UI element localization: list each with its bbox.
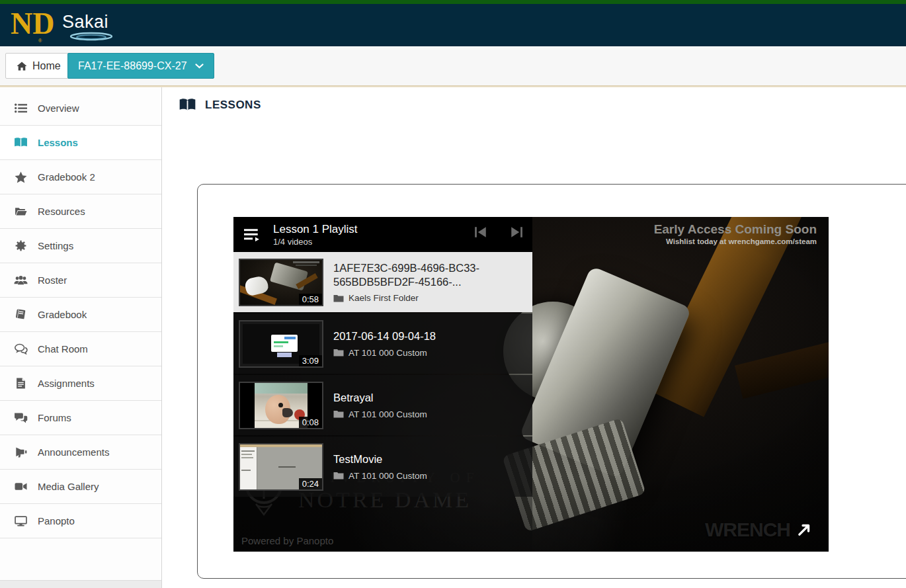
video-folder-row: Kaels First Folder — [333, 293, 526, 303]
video-thumbnail: 0:24 — [239, 443, 323, 491]
playlist-item-meta: TestMovie AT 101 000 Custom — [333, 452, 526, 480]
playlist-item-3[interactable]: 0:08 Betrayal AT 101 000 Custom — [233, 375, 532, 435]
sidebar-item-label: Gradebook 2 — [38, 171, 95, 183]
playlist-nav — [474, 227, 523, 237]
playlist-item-meta: Betrayal AT 101 000 Custom — [333, 391, 526, 419]
sidebar-item-gradebook-2[interactable]: Gradebook 2 — [0, 160, 161, 194]
sidebar-item-label: Gradebook — [38, 309, 87, 320]
site-toolbar: Home FA17-EE-88699-CX-27 — [0, 46, 906, 85]
video-thumbnail: 0:58 — [239, 259, 323, 306]
sakai-swoosh-icon — [67, 32, 116, 42]
previous-video-button[interactable] — [474, 227, 487, 237]
folder-name: Kaels First Folder — [349, 293, 419, 303]
tool-sidebar: Overview Lessons Gradebook 2 Resources S… — [0, 87, 162, 588]
gear-icon — [13, 240, 28, 251]
nd-monogram: ND — [11, 7, 54, 40]
monitor-icon — [13, 516, 28, 526]
site-dropdown-button[interactable]: FA17-EE-88699-CX-27 — [67, 53, 214, 79]
playlist-header: Lesson 1 Playlist 1/4 videos — [233, 217, 532, 252]
duration-badge: 3:09 — [299, 355, 322, 366]
bullhorn-icon — [13, 447, 28, 458]
notre-dame-logo[interactable]: ND — [11, 9, 36, 39]
video-folder-row: AT 101 000 Custom — [333, 409, 526, 419]
book-icon — [13, 309, 28, 320]
playlist-item-1[interactable]: 0:58 1AFE7E3C-699B-4696-BC33-565BDB5BFD2… — [233, 252, 532, 312]
sidebar-item-announcements[interactable]: Announcements — [0, 435, 161, 470]
popout-arrow-icon[interactable] — [796, 521, 813, 538]
sidebar-item-chat-room[interactable]: Chat Room — [0, 332, 161, 366]
video-thumbnail: 0:08 — [239, 382, 323, 429]
list-icon — [13, 103, 28, 113]
star-icon — [13, 171, 28, 183]
promo-subtitle: Wishlist today at wrenchgame.com/steam — [654, 237, 817, 245]
playlist-item-4[interactable]: 0:24 TestMovie AT 101 000 Custom — [233, 437, 532, 497]
playlist-title: Lesson 1 Playlist — [273, 223, 358, 236]
duration-badge: 0:24 — [299, 478, 322, 489]
video-title: Betrayal — [333, 391, 526, 405]
chevron-down-icon — [195, 63, 204, 69]
sidebar-item-forums[interactable]: Forums — [0, 401, 161, 435]
masthead: ND ® Sakai — [0, 4, 906, 46]
folder-name: AT 101 000 Custom — [349, 471, 427, 481]
site-dropdown-label: FA17-EE-88699-CX-27 — [78, 60, 187, 72]
video-folder-row: AT 101 000 Custom — [333, 348, 526, 358]
folder-icon — [333, 349, 344, 357]
book-open-icon — [13, 137, 28, 148]
home-button[interactable]: Home — [5, 53, 72, 79]
sidebar-item-gradebook[interactable]: Gradebook — [0, 298, 161, 332]
playlist-count: 1/4 videos — [273, 237, 358, 247]
sidebar-item-label: Roster — [38, 274, 67, 286]
sakai-logo[interactable]: Sakai — [62, 12, 108, 32]
page-title: LESSONS — [179, 98, 261, 112]
lesson-content-card: Early Access Coming Soon Wishlist today … — [197, 184, 906, 579]
folder-name: AT 101 000 Custom — [349, 348, 427, 358]
duration-badge: 0:08 — [299, 417, 322, 428]
playlist-item-2[interactable]: 3:09 2017-06-14 09-04-18 AT 101 000 Cust… — [233, 314, 532, 374]
folder-icon — [333, 410, 344, 418]
sidebar-item-label: Lessons — [38, 137, 78, 148]
sidebar-footer — [0, 580, 161, 588]
tool-list: Overview Lessons Gradebook 2 Resources S… — [0, 87, 161, 538]
playlist-item-meta: 1AFE7E3C-699B-4696-BC33-565BDB5BFD2F-451… — [333, 261, 526, 303]
sidebar-item-resources[interactable]: Resources — [0, 194, 161, 229]
sidebar-item-overview[interactable]: Overview — [0, 91, 161, 126]
folder-open-icon — [13, 206, 28, 216]
sidebar-item-label: Announcements — [38, 446, 109, 458]
registered-mark: ® — [38, 38, 42, 43]
folder-name: AT 101 000 Custom — [349, 409, 427, 419]
sidebar-item-label: Media Gallery — [38, 481, 99, 492]
wrench-game-logo: WRENCH — [705, 519, 790, 541]
playlist-panel: Lesson 1 Playlist 1/4 videos 0:58 1AFE7E… — [233, 217, 532, 552]
sidebar-item-media-gallery[interactable]: Media Gallery — [0, 470, 161, 504]
video-thumbnail: 3:09 — [239, 320, 323, 368]
sidebar-item-roster[interactable]: Roster — [0, 263, 161, 298]
video-folder-row: AT 101 000 Custom — [333, 471, 526, 481]
lessons-book-icon — [179, 98, 196, 112]
chat-icon — [13, 343, 28, 355]
sidebar-item-settings[interactable]: Settings — [0, 229, 161, 263]
sidebar-item-label: Assignments — [38, 378, 95, 389]
sidebar-item-lessons[interactable]: Lessons — [0, 126, 161, 160]
sidebar-item-label: Forums — [38, 412, 71, 423]
video-title: TestMovie — [333, 452, 526, 466]
panopto-player: Early Access Coming Soon Wishlist today … — [233, 217, 829, 552]
page-title-text: LESSONS — [205, 99, 261, 112]
playlist-items: 0:58 1AFE7E3C-699B-4696-BC33-565BDB5BFD2… — [233, 252, 532, 498]
playlist-title-block: Lesson 1 Playlist 1/4 videos — [273, 223, 358, 247]
next-video-button[interactable] — [510, 227, 523, 237]
folder-icon — [333, 294, 344, 302]
users-icon — [13, 275, 28, 285]
video-camera-icon — [13, 482, 28, 491]
sidebar-item-assignments[interactable]: Assignments — [0, 366, 161, 401]
comments-icon — [13, 412, 28, 423]
playlist-menu-icon[interactable] — [244, 228, 260, 241]
promo-title: Early Access Coming Soon — [654, 222, 817, 237]
sidebar-item-panopto[interactable]: Panopto — [0, 504, 161, 538]
document-icon — [13, 378, 28, 389]
folder-icon — [333, 472, 344, 480]
sidebar-item-label: Settings — [38, 240, 73, 251]
home-icon — [17, 62, 27, 71]
video-title: 2017-06-14 09-04-18 — [333, 329, 526, 343]
sakai-wordmark: Sakai — [62, 12, 108, 32]
sidebar-item-label: Resources — [38, 206, 85, 217]
